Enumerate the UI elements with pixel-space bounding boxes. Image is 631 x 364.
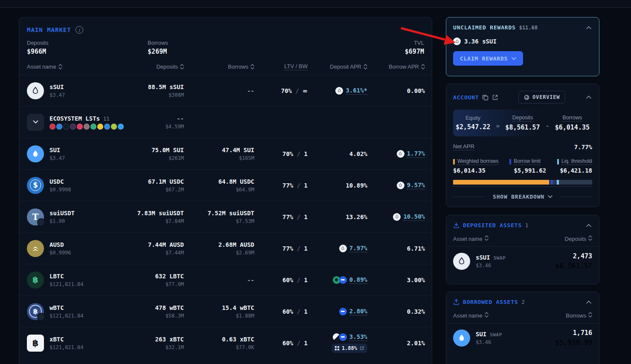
deposited-col-value[interactable]: Deposits: [564, 236, 586, 242]
table-row-group[interactable]: ECOSYSTEM LSTs11--$4.59M: [19, 107, 432, 138]
borrow-apr-value[interactable]: 1.77%: [407, 150, 425, 158]
borrows-amount: 7.52M suiUSDT: [207, 210, 254, 217]
net-apr-label[interactable]: Net APR: [453, 143, 474, 150]
deposits-usd: $308M: [169, 92, 184, 98]
borrowed-col-value[interactable]: Borrows: [566, 312, 586, 319]
borrow-apr-value[interactable]: 10.50%: [403, 213, 425, 221]
table-row[interactable]: AUSD$0.99967.44M AUSD$7.44M2.68M AUSD$2.…: [19, 233, 432, 264]
ltv-bw-value: 70% / ∞: [281, 87, 308, 94]
deposit-apr-value[interactable]: 3.53%: [349, 333, 367, 341]
deposits-amount: 632 LBTC: [155, 273, 184, 280]
deposits-amount: 7.44M AUSD: [148, 241, 184, 248]
lst-token-icon: [97, 124, 103, 130]
table-row[interactable]: ฿LBTC$121,821.84632 LBTC$77.0M--60% / 10…: [19, 264, 432, 296]
deposited-collapse-button[interactable]: [585, 223, 592, 228]
show-breakdown-label: SHOW BREAKDOWN: [493, 194, 544, 200]
cell-deposit-apr: 3.53%1.88%: [308, 333, 367, 353]
deposit-apr-value[interactable]: 0.89%: [349, 276, 367, 284]
asset-symbol: SUI: [476, 331, 486, 338]
column-header-borrows[interactable]: Borrows: [184, 64, 254, 70]
table-row[interactable]: sSUI$3.4788.5M sSUI$308M--70% / ∞3.61%*0…: [19, 75, 432, 107]
column-header-asset-name[interactable]: Asset name: [27, 64, 109, 70]
ltv-bw-value: 60% / 1: [282, 308, 308, 315]
weighted-borrows-label[interactable]: Weighted borrows: [457, 158, 499, 165]
table-header-row: Asset nameDepositsBorrowsLTV / BWDeposit…: [19, 55, 432, 75]
deposit-apr-boost-badge[interactable]: 1.88%: [332, 344, 367, 353]
cell-deposits: 7.44M AUSD$7.44M: [109, 241, 184, 256]
cell-ltv-bw: 77% / 1: [254, 214, 308, 220]
column-header-deposits[interactable]: Deposits: [109, 64, 184, 70]
claim-rewards-button[interactable]: CLAIM REWARDS: [453, 51, 523, 66]
cell-deposit-apr: 13.26%: [308, 214, 367, 220]
asset-price: $121,821.84: [49, 344, 83, 350]
account-deposits-label[interactable]: Deposits: [512, 115, 533, 121]
deposits-usd: $7.44M: [166, 250, 184, 256]
borrow-limit-swatch: [509, 159, 511, 165]
deep-reward-icon: [339, 308, 347, 315]
column-label: LTV / BW: [284, 63, 308, 70]
table-row[interactable]: $USDC$0.999867.1M USDC$67.2M64.8M USDC$6…: [19, 170, 432, 201]
unclaimed-collapse-button[interactable]: [585, 25, 592, 30]
table-row[interactable]: SUI$3.4775.0M SUI$261M47.4M SUI$165M70% …: [19, 138, 432, 170]
column-header-borrow-apr[interactable]: Borrow APR: [367, 64, 425, 70]
liq-threshold-value: $6,421.18: [560, 167, 592, 174]
cell-ltv-bw: 70% / ∞: [254, 87, 308, 94]
overview-button[interactable]: OVERVIEW: [518, 91, 565, 104]
deposit-apr-value[interactable]: 7.97%: [349, 245, 367, 252]
table-row[interactable]: TsuiUSDT$1.007.83M suiUSDT$7.84M7.52M su…: [19, 201, 432, 233]
position-values: 2,473$8,561.57: [555, 252, 592, 270]
cell-asset: ฿xBTC$121,821.84: [27, 335, 109, 352]
deposits-usd: $77.0M: [166, 281, 184, 287]
copy-address-button[interactable]: [482, 94, 489, 101]
asset-symbol: sSUI: [476, 254, 490, 261]
column-header-ltv-bw[interactable]: LTV / BW: [254, 63, 308, 70]
borrows-amount: --: [247, 87, 254, 94]
open-explorer-button[interactable]: [492, 94, 498, 101]
deposit-apr-value[interactable]: 2.80%: [349, 308, 367, 315]
column-header-deposit-apr[interactable]: Deposit APR: [308, 64, 367, 70]
deposits-stat-label: Deposits: [27, 40, 49, 46]
deposits-amount: 88.5M sSUI: [148, 84, 184, 90]
borrow-limit-label[interactable]: Borrow limit: [514, 158, 541, 165]
deposit-apr-line: 0.89%: [333, 276, 367, 284]
expand-lsts-button[interactable]: [27, 114, 44, 131]
asset-symbol: USDC: [49, 178, 71, 185]
cell-deposit-apr: 4.02%: [308, 150, 367, 157]
deposited-col-asset[interactable]: Asset name: [453, 236, 483, 242]
account-borrows-label[interactable]: Borrows: [562, 115, 582, 121]
borrows-amount: 15.4 wBTC: [222, 304, 254, 311]
borrow-apr-line: 0.00%: [407, 87, 425, 94]
asset-price: $0.9998: [49, 187, 71, 193]
ausd-token-icon: [27, 240, 44, 257]
show-breakdown-button[interactable]: SHOW BREAKDOWN: [490, 193, 555, 200]
net-apr-value: 7.77%: [574, 144, 592, 150]
borrow-apr-value[interactable]: 9.57%: [407, 182, 425, 189]
lst-token-icon: [70, 124, 76, 130]
liq-threshold-label[interactable]: Liq. threshold: [561, 158, 592, 165]
deposited-asset-row[interactable]: sSUISWAP$3.462,473$8,561.57: [446, 247, 599, 275]
send-reward-icon: [397, 150, 404, 158]
market-deposits-stat: Deposits $966M: [27, 40, 49, 55]
cell-asset: ECOSYSTEM LSTs11: [27, 114, 109, 131]
account-deposits-value: $8,561.57: [505, 124, 540, 131]
borrows-amount: 47.4M SUI: [222, 147, 254, 153]
borrowed-collapse-button[interactable]: [585, 300, 592, 305]
cell-asset: $USDC$0.9998: [27, 177, 109, 194]
cell-borrows: 2.68M AUSD$2.69M: [184, 241, 254, 256]
equity-equation: Equity $2,547.22 = Deposits $8,561.57 - …: [453, 110, 592, 136]
send-reward-icon: [335, 87, 343, 95]
borrowed-asset-row[interactable]: SUISWAP$3.461,716$5,938.99: [446, 324, 599, 352]
cell-borrows: 15.4 wBTC$1.88M: [184, 304, 254, 319]
borrowed-assets-card: BORROWED ASSETS 2 Asset name Borrows SUI…: [446, 292, 599, 364]
borrowed-col-asset[interactable]: Asset name: [453, 312, 483, 319]
table-row[interactable]: ฿xBTC$121,821.84263 xBTC$32.1M0.63 xBTC$…: [19, 327, 432, 358]
deposit-apr-value[interactable]: 3.61%*: [346, 87, 367, 95]
info-icon[interactable]: i: [76, 26, 83, 34]
cell-deposits: 88.5M sSUI$308M: [109, 84, 184, 98]
account-collapse-button[interactable]: [585, 95, 592, 100]
borrow-apr-value: 2.01%: [407, 340, 425, 347]
borrows-amount: 2.68M AUSD: [218, 241, 254, 248]
table-row[interactable]: ฿wBTC$121,821.84478 wBTC$58.3M15.4 wBTC$…: [19, 296, 432, 327]
deposits-usd: $67.2M: [166, 187, 184, 193]
group-label: ECOSYSTEM LSTs: [49, 115, 100, 122]
